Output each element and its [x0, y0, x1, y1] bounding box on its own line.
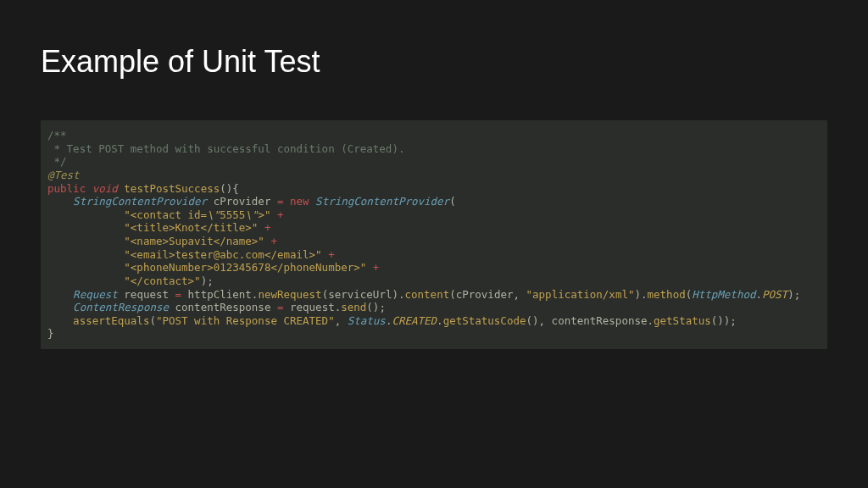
code-string: "application/xml"	[526, 288, 635, 301]
code-type: Request	[73, 288, 118, 301]
code-function-name: testPostSuccess	[124, 182, 220, 195]
code-type: Status	[348, 314, 386, 327]
code-type: StringContentProvider	[73, 195, 207, 208]
code-constant: POST	[762, 288, 787, 301]
code-string: "<name>Supavit</name>"	[124, 235, 264, 247]
code-string: "<contact id=	[124, 208, 207, 221]
code-type: HttpMethod	[692, 288, 755, 301]
code-var: httpClient	[188, 288, 252, 301]
code-string: "</contact>"	[124, 274, 200, 287]
code-method: getStatusCode	[443, 314, 526, 327]
code-brace: }	[47, 327, 54, 340]
code-var: serviceUrl	[328, 288, 392, 301]
code-keyword: public	[47, 182, 86, 195]
code-method: send	[341, 301, 366, 313]
code-method: assertEquals	[73, 314, 149, 327]
code-keyword: new	[290, 195, 309, 208]
code-comment: */	[47, 155, 67, 168]
code-type: ContentResponse	[73, 301, 169, 313]
slide-title: Example of Unit Test	[41, 44, 827, 80]
code-comment: * Test POST method with successful condi…	[47, 142, 404, 155]
code-method: newRequest	[258, 288, 321, 301]
code-var: cProvider	[214, 195, 271, 208]
code-type: StringContentProvider	[315, 195, 449, 208]
code-method: content	[405, 288, 450, 301]
code-method: getStatus	[654, 314, 711, 327]
code-var: request	[124, 288, 169, 301]
code-constant: CREATED	[392, 314, 437, 327]
code-block: /** * Test POST method with successful c…	[41, 120, 827, 349]
code-string: "<title>Knot</title>"	[124, 221, 258, 234]
code-string: "POST with Response CREATED"	[156, 314, 335, 327]
code-keyword: void	[92, 182, 118, 195]
code-method: method	[648, 288, 686, 301]
code-comment: /**	[47, 129, 67, 141]
code-string: "<phoneNumber>012345678</phoneNumber>"	[124, 261, 366, 274]
code-var: contentResponse	[175, 301, 271, 313]
code-string: "<email>tester@abc.com</email>"	[124, 248, 321, 261]
code-annotation: @Test	[47, 169, 80, 181]
